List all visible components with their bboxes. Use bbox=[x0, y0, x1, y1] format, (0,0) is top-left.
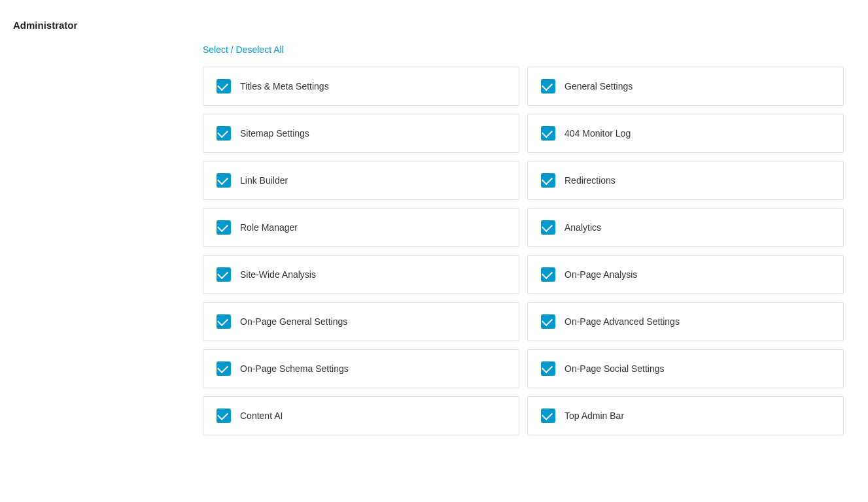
checkbox-item-on-page-advanced[interactable]: On-Page Advanced Settings bbox=[527, 302, 844, 341]
checkbox-label-on-page-general: On-Page General Settings bbox=[240, 316, 347, 327]
checkbox-label-on-page-analysis: On-Page Analysis bbox=[564, 269, 637, 280]
checkbox-wrapper[interactable] bbox=[217, 361, 231, 376]
checkbox-wrapper[interactable] bbox=[541, 361, 555, 376]
checkbox-item-on-page-general[interactable]: On-Page General Settings bbox=[203, 302, 519, 341]
checkbox-label-on-page-advanced: On-Page Advanced Settings bbox=[564, 316, 680, 327]
checkbox-label-site-wide-analysis: Site-Wide Analysis bbox=[240, 269, 316, 280]
checkbox-label-analytics: Analytics bbox=[564, 222, 601, 233]
checkbox-item-on-page-social[interactable]: On-Page Social Settings bbox=[527, 349, 844, 388]
checkbox-label-monitor-log: 404 Monitor Log bbox=[564, 128, 631, 139]
checkbox-wrapper[interactable] bbox=[217, 173, 231, 188]
checkbox-label-on-page-schema: On-Page Schema Settings bbox=[240, 363, 349, 374]
checkbox-wrapper[interactable] bbox=[541, 409, 555, 423]
checkbox-label-content-ai: Content AI bbox=[240, 410, 283, 421]
checkbox-label-role-manager: Role Manager bbox=[240, 222, 298, 233]
checkbox-label-on-page-social: On-Page Social Settings bbox=[564, 363, 665, 374]
checkbox-label-general-settings: General Settings bbox=[564, 81, 633, 92]
checkbox-item-analytics[interactable]: Analytics bbox=[527, 208, 844, 247]
checkbox-item-site-wide-analysis[interactable]: Site-Wide Analysis bbox=[203, 255, 519, 294]
checkbox-label-top-admin-bar: Top Admin Bar bbox=[564, 410, 624, 421]
checkbox-item-on-page-analysis[interactable]: On-Page Analysis bbox=[527, 255, 844, 294]
checkbox-label-sitemap: Sitemap Settings bbox=[240, 128, 309, 139]
select-deselect-link[interactable]: Select / Deselect All bbox=[203, 44, 284, 55]
checkbox-wrapper[interactable] bbox=[541, 126, 555, 141]
checkbox-wrapper[interactable] bbox=[541, 267, 555, 282]
checkbox-item-sitemap[interactable]: Sitemap Settings bbox=[203, 114, 519, 153]
checkbox-label-titles-meta: Titles & Meta Settings bbox=[240, 81, 329, 92]
checkbox-wrapper[interactable] bbox=[541, 314, 555, 329]
checkbox-item-general-settings[interactable]: General Settings bbox=[527, 67, 844, 106]
checkbox-wrapper[interactable] bbox=[541, 79, 555, 93]
checkbox-item-monitor-log[interactable]: 404 Monitor Log bbox=[527, 114, 844, 153]
checkbox-wrapper[interactable] bbox=[217, 409, 231, 423]
checkbox-wrapper[interactable] bbox=[217, 79, 231, 93]
administrator-label: Administrator bbox=[13, 20, 868, 31]
checkbox-wrapper[interactable] bbox=[217, 126, 231, 141]
checkbox-wrapper[interactable] bbox=[217, 220, 231, 235]
checkbox-label-link-builder: Link Builder bbox=[240, 175, 288, 186]
checkbox-wrapper[interactable] bbox=[541, 220, 555, 235]
checkbox-item-role-manager[interactable]: Role Manager bbox=[203, 208, 519, 247]
checkbox-grid: Titles & Meta Settings General Settings … bbox=[203, 67, 844, 435]
checkbox-item-content-ai[interactable]: Content AI bbox=[203, 396, 519, 435]
checkbox-item-top-admin-bar[interactable]: Top Admin Bar bbox=[527, 396, 844, 435]
checkbox-item-link-builder[interactable]: Link Builder bbox=[203, 161, 519, 200]
checkbox-label-redirections: Redirections bbox=[564, 175, 616, 186]
content-area: Select / Deselect All Titles & Meta Sett… bbox=[13, 44, 868, 435]
checkbox-item-titles-meta[interactable]: Titles & Meta Settings bbox=[203, 67, 519, 106]
checkbox-item-redirections[interactable]: Redirections bbox=[527, 161, 844, 200]
checkbox-wrapper[interactable] bbox=[541, 173, 555, 188]
checkbox-wrapper[interactable] bbox=[217, 267, 231, 282]
checkbox-wrapper[interactable] bbox=[217, 314, 231, 329]
checkbox-item-on-page-schema[interactable]: On-Page Schema Settings bbox=[203, 349, 519, 388]
